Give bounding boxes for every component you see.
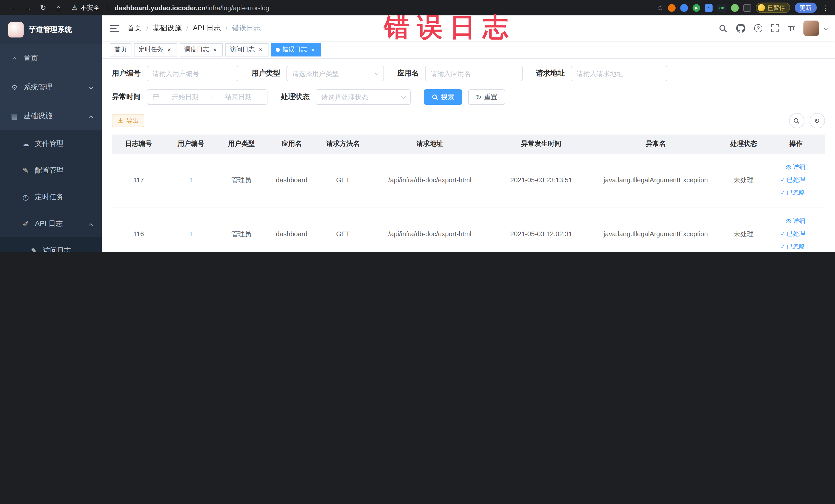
sidebar-item-file[interactable]: ☁文件管理 [0,130,102,157]
request-url-input[interactable] [571,66,667,81]
sidebar-item-label: 文件管理 [35,139,64,148]
cell-exception: java.lang.IllegalArgumentException [592,207,720,252]
search-toggle-button[interactable] [789,113,804,128]
action-processed-link[interactable]: ✓已处理 [769,174,805,186]
action-detail-link[interactable]: 详细 [769,161,805,174]
date-range-picker[interactable]: 开始日期 - 结束日期 [147,89,267,105]
action-ignored-link[interactable]: ✓已忽略 [769,186,805,199]
extension-icon-2[interactable] [680,4,688,12]
column-header: 操作 [767,135,825,153]
font-size-icon[interactable]: TT [788,24,794,33]
update-button[interactable]: 更新 [794,3,816,13]
close-icon[interactable]: × [211,46,218,53]
breadcrumb-separator: / [186,24,188,32]
sidebar-item-infra[interactable]: ▤基础设施 [0,102,102,130]
extension-icon-4[interactable] [705,4,713,12]
address-bar[interactable]: dashboard.yudao.iocoder.cn/infra/log/api… [115,4,269,12]
top-navbar: 首页/基础设施/API 日志/错误日志 ? TT [102,15,835,41]
export-button-label: 导出 [126,116,139,125]
bookmark-star-icon[interactable]: ☆ [657,4,663,12]
extension-icon-7[interactable] [744,4,751,12]
tab-item[interactable]: 首页 [110,43,131,56]
sidebar-item-label: 配置管理 [35,166,64,175]
avatar-caret-icon[interactable] [824,26,827,30]
close-icon[interactable]: × [257,46,264,53]
breadcrumb-separator: / [146,24,148,32]
action-ignored-link[interactable]: ✓已忽略 [769,240,805,252]
action-detail-link[interactable]: 详细 [769,215,805,227]
cell-user_type: 管理员 [217,153,266,207]
column-header: 异常名 [592,135,720,153]
log-icon: ✐ [22,220,30,228]
end-date-placeholder[interactable]: 结束日期 [215,93,262,102]
breadcrumb-item[interactable]: 基础设施 [153,24,182,33]
process-status-select-input[interactable] [316,89,411,105]
user-type-label: 用户类型 [251,69,280,78]
tab-item[interactable]: 调度日志× [180,43,223,56]
tab-item[interactable]: 错误日志× [271,43,321,56]
fullscreen-icon[interactable] [771,24,779,32]
sidebar-item-api-log[interactable]: ✐API 日志 [0,210,102,237]
cell-app: dashboard [266,207,317,252]
sidebar: 芋道管理系统 ⌂首页⚙系统管理▤基础设施☁文件管理✎配置管理◷定时任务✐API … [0,15,102,252]
user-type-select[interactable] [286,66,384,81]
extension-icon-3[interactable]: ▶ [693,4,700,12]
app-name-input[interactable] [425,66,523,81]
extension-on-badge[interactable]: on [717,4,727,12]
cell-actions: 详细✓已处理✓已忽略 [767,153,825,207]
sidebar-item-label: API 日志 [35,219,63,228]
reset-button[interactable]: ↻ 重置 [468,89,505,105]
profile-paused-chip[interactable]: 已暂停 [756,3,790,13]
reload-icon[interactable]: ↻ [37,2,49,13]
filter-row-1: 用户编号 用户类型 应用名 请求 [112,66,825,81]
tab-item[interactable]: 定时任务× [134,43,177,56]
back-icon[interactable]: ← [6,2,19,13]
start-date-placeholder[interactable]: 开始日期 [162,93,209,102]
home-icon[interactable]: ⌂ [53,2,65,13]
column-header: 用户类型 [217,135,266,153]
close-icon[interactable]: × [309,46,316,53]
paused-label: 已暂停 [768,4,785,12]
github-icon[interactable] [736,24,746,33]
sidebar-item-label: 定时任务 [35,193,64,202]
eye-icon [785,164,791,170]
export-button[interactable]: 导出 [112,114,144,127]
sidebar-item-access-log[interactable]: ✎访问日志 [0,237,102,252]
site-security[interactable]: ⚠ 不安全 [72,3,100,12]
column-header: 异常发生时间 [491,135,591,153]
action-processed-link[interactable]: ✓已处理 [769,227,805,240]
chevron-up-icon [89,223,93,228]
check-icon: ✓ [780,174,785,186]
process-status-select[interactable] [316,89,411,105]
refresh-table-button[interactable]: ↻ [809,113,825,128]
forward-icon[interactable]: → [22,2,34,13]
screen: ← → ↻ ⌂ ⚠ 不安全 dashboard.yudao.iocoder.cn… [0,0,835,252]
search-icon[interactable] [719,24,728,33]
tags-view-bar: 首页定时任务×调度日志×访问日志×错误日志× [102,41,835,59]
sidebar-item-config[interactable]: ✎配置管理 [0,157,102,184]
breadcrumb-item[interactable]: API 日志 [193,24,221,33]
user-type-select-input[interactable] [286,66,384,81]
reset-button-label: 重置 [484,93,497,102]
extension-icon-1[interactable] [668,4,676,12]
sidebar-item-job[interactable]: ◷定时任务 [0,184,102,210]
user-avatar[interactable] [803,21,819,36]
cell-actions: 详细✓已处理✓已忽略 [767,207,825,252]
help-icon[interactable]: ? [754,24,762,32]
sidebar-item-home[interactable]: ⌂首页 [0,44,102,73]
breadcrumb-item[interactable]: 首页 [127,24,142,33]
app-logo[interactable]: 芋道管理系统 [0,15,102,44]
tab-item[interactable]: 访问日志× [225,43,268,56]
tab-label: 错误日志 [282,45,307,54]
sidebar-item-system[interactable]: ⚙系统管理 [0,73,102,102]
sidebar-item-label: 首页 [24,54,38,63]
user-id-input[interactable] [147,66,238,81]
extension-icon-6[interactable] [731,4,739,12]
column-header: 请求方法名 [317,135,369,153]
search-button[interactable]: 搜索 [424,89,462,105]
column-header: 用户编号 [165,135,217,153]
close-icon[interactable]: × [166,46,172,53]
sidebar-toggle-icon[interactable] [110,25,119,32]
browser-menu-icon[interactable]: ⋮ [822,4,829,12]
cell-time: 2021-05-03 12:02:31 [491,207,591,252]
